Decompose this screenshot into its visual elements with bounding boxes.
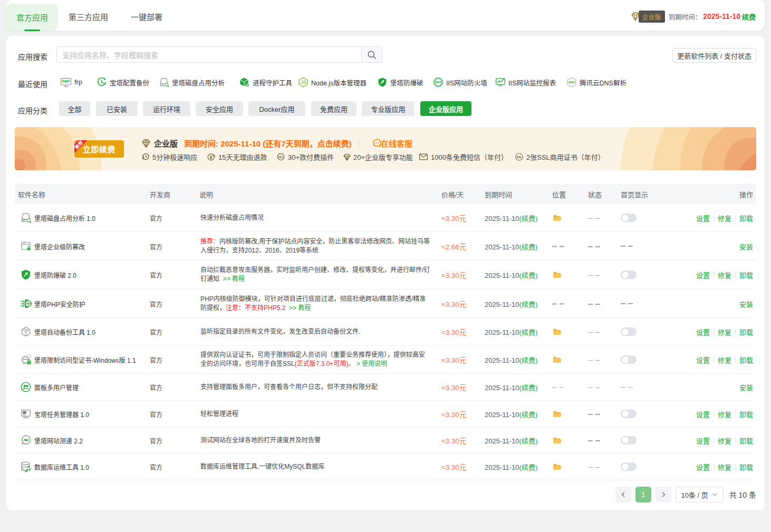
svg-text:FRP: FRP: [62, 80, 70, 83]
svg-text:JS: JS: [301, 80, 306, 85]
svg-text:PHP: PHP: [26, 302, 31, 305]
svg-text:企: 企: [144, 139, 148, 143]
svg-text:WAF: WAF: [436, 81, 441, 84]
svg-text:DNS: DNS: [568, 81, 575, 84]
svg-text:30+: 30+: [278, 156, 284, 159]
svg-text:SSL: SSL: [516, 156, 522, 159]
